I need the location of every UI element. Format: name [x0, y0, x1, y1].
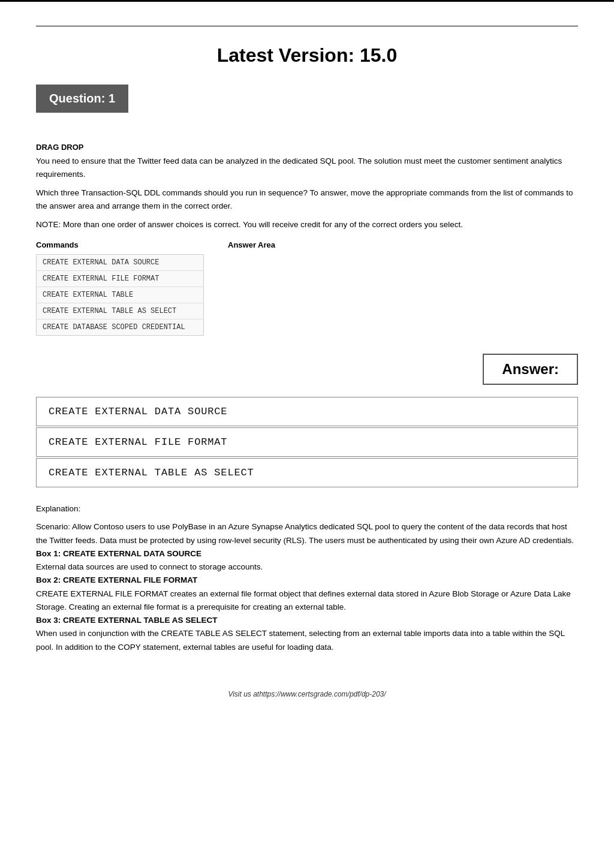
box2-text: CREATE EXTERNAL FILE FORMAT creates an e… [36, 587, 578, 614]
answer-label-wrapper: Answer: [36, 354, 578, 385]
separator-line [36, 26, 578, 26]
answer-command-3: CREATE EXTERNAL TABLE AS SELECT [36, 458, 578, 487]
list-item[interactable]: CREATE EXTERNAL DATA SOURCE [37, 255, 203, 271]
question-note: NOTE: More than one order of answer choi… [36, 218, 578, 231]
box1-text: External data sources are used to connec… [36, 560, 578, 574]
question-body-2: Which three Transaction-SQL DDL commands… [36, 186, 578, 212]
box3-label: Box 3: CREATE EXTERNAL TABLE AS SELECT [36, 616, 218, 625]
commands-column: Commands CREATE EXTERNAL DATA SOURCE CRE… [36, 240, 204, 336]
answer-commands: CREATE EXTERNAL DATA SOURCE CREATE EXTER… [36, 397, 578, 487]
commands-col-header: Commands [36, 240, 204, 249]
drag-drop-area: Commands CREATE EXTERNAL DATA SOURCE CRE… [36, 240, 578, 336]
question-body-1: You need to ensure that the Twitter feed… [36, 155, 578, 180]
page-footer: Visit us athttps://www.certsgrade.com/pd… [36, 684, 578, 698]
explanation-section: Explanation: Scenario: Allow Contoso use… [36, 502, 578, 654]
drag-drop-label: DRAG DROP [36, 143, 578, 152]
box3-text: When used in conjunction with the CREATE… [36, 627, 578, 654]
answer-label: Answer: [483, 354, 578, 385]
list-item[interactable]: CREATE EXTERNAL FILE FORMAT [37, 271, 203, 287]
question-header-wrapper: Question: 1 [36, 85, 578, 128]
page-title: Latest Version: 15.0 [36, 44, 578, 67]
box1-label: Box 1: CREATE EXTERNAL DATA SOURCE [36, 549, 201, 558]
answer-section: Answer: CREATE EXTERNAL DATA SOURCE CREA… [36, 354, 578, 487]
answer-command-2: CREATE EXTERNAL FILE FORMAT [36, 427, 578, 457]
explanation-title: Explanation: [36, 502, 578, 516]
answer-command-1: CREATE EXTERNAL DATA SOURCE [36, 397, 578, 426]
explanation-intro: Scenario: Allow Contoso users to use Pol… [36, 520, 578, 547]
box2-label: Box 2: CREATE EXTERNAL FILE FORMAT [36, 575, 197, 584]
list-item[interactable]: CREATE EXTERNAL TABLE [37, 287, 203, 303]
answer-area-col-header: Answer Area [228, 240, 378, 249]
answer-area-column: Answer Area [228, 240, 378, 254]
question-header: Question: 1 [36, 85, 128, 113]
list-item[interactable]: CREATE EXTERNAL TABLE AS SELECT [37, 303, 203, 320]
commands-list: CREATE EXTERNAL DATA SOURCE CREATE EXTER… [36, 254, 204, 336]
footer-text: Visit us athttps://www.certsgrade.com/pd… [228, 690, 386, 698]
list-item[interactable]: CREATE DATABASE SCOPED CREDENTIAL [37, 320, 203, 335]
